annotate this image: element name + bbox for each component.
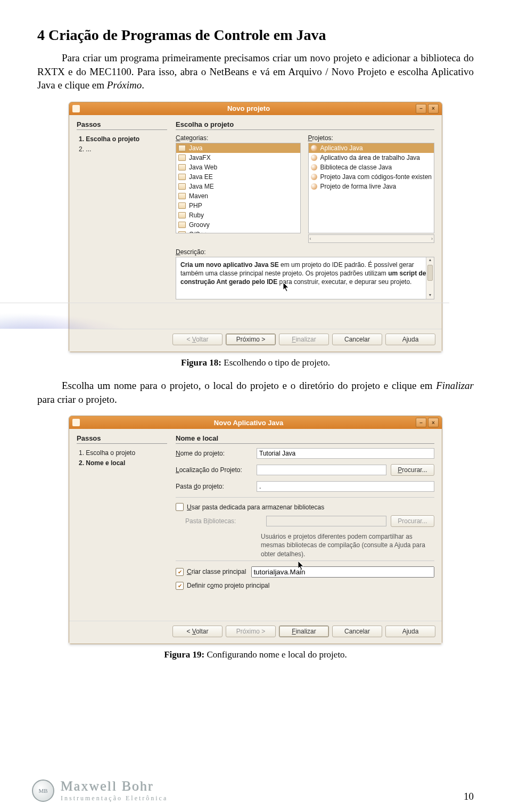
section-heading: 4 Criação de Programas de Controle em Ja… bbox=[37, 27, 474, 44]
steps-heading: Passos bbox=[77, 434, 167, 444]
app-icon bbox=[72, 105, 80, 112]
list-item: Java bbox=[176, 143, 300, 153]
list-item: JavaFX bbox=[176, 153, 300, 163]
figure-caption-19: Figura 19: Configurando nome e local do … bbox=[37, 649, 474, 660]
projects-list[interactable]: Aplicativo Java Aplicativo da área de tr… bbox=[308, 143, 434, 233]
list-item: Java Web bbox=[176, 163, 300, 172]
list-item: Projeto Java com códigos-fonte existen bbox=[309, 172, 434, 182]
list-item: Groovy bbox=[176, 220, 300, 230]
back-button: < Voltar bbox=[172, 334, 222, 345]
new-application-dialog: Novo Aplicativo Java – × Passos 1. Escol… bbox=[69, 416, 442, 644]
folder-icon bbox=[178, 174, 186, 180]
list-item: Ruby bbox=[176, 210, 300, 220]
folder-icon bbox=[178, 222, 186, 228]
minimize-icon[interactable]: – bbox=[416, 418, 426, 427]
brand-name: Maxwell Bohr bbox=[61, 778, 168, 794]
list-item: Java EE bbox=[176, 172, 300, 182]
cancel-button[interactable]: Cancelar bbox=[332, 626, 382, 637]
java-icon bbox=[311, 183, 317, 190]
folder-icon bbox=[178, 164, 186, 170]
folder-icon bbox=[178, 193, 186, 199]
next-button[interactable]: Próximo > bbox=[226, 334, 276, 345]
intro-paragraph-2: Escolha um nome para o projeto, o local … bbox=[37, 379, 474, 406]
project-name-label: Nome do projeto: bbox=[176, 450, 252, 457]
steps-list: 1. Escolha o projeto 2. Nome e local bbox=[77, 448, 167, 468]
steps-list: 1. Escolha o projeto 2. ... bbox=[77, 134, 167, 155]
brand-badge-icon: MB bbox=[32, 779, 54, 802]
folder-icon bbox=[178, 212, 186, 218]
brand-subtitle: Instrumentação Eletrônica bbox=[61, 794, 168, 802]
projects-label: Projetos: bbox=[308, 134, 434, 142]
categories-list[interactable]: Java JavaFX Java Web Java EE Java ME Mav… bbox=[176, 143, 301, 233]
decorative-wave bbox=[0, 303, 449, 329]
set-main-project-checkbox[interactable] bbox=[176, 582, 184, 590]
help-button[interactable]: Ajuda bbox=[385, 626, 435, 637]
folder-icon bbox=[178, 202, 186, 209]
project-location-input[interactable] bbox=[257, 465, 386, 475]
description-label: Descrição: bbox=[176, 248, 434, 256]
content-heading: Escolha o projeto bbox=[176, 120, 434, 130]
browse-button-disabled: Procurar... bbox=[391, 515, 434, 527]
cancel-button[interactable]: Cancelar bbox=[332, 334, 382, 345]
app-icon bbox=[72, 419, 80, 426]
java-icon bbox=[311, 174, 317, 180]
figure-caption-18: Figura 18: Escolhendo o tipo de projeto. bbox=[37, 358, 474, 368]
browse-button[interactable]: Procurar... bbox=[391, 464, 434, 476]
minimize-icon[interactable]: – bbox=[416, 104, 426, 113]
titlebar[interactable]: Novo projeto – × bbox=[69, 102, 442, 115]
lib-folder-label: Pasta Bibliotecas: bbox=[185, 517, 262, 525]
window-title: Novo Aplicativo Java bbox=[83, 419, 414, 427]
steps-heading: Passos bbox=[77, 120, 167, 130]
back-button[interactable]: < Voltar bbox=[172, 626, 222, 637]
folder-icon bbox=[178, 183, 186, 190]
next-button: Próximo > bbox=[226, 626, 276, 637]
separator bbox=[176, 561, 434, 561]
page-number: 10 bbox=[464, 791, 474, 802]
list-item: Aplicativo Java bbox=[309, 143, 434, 153]
finish-button[interactable]: Finalizar bbox=[279, 626, 329, 637]
content-heading: Nome e local bbox=[176, 434, 434, 444]
categories-label: Categorias: bbox=[176, 134, 301, 142]
list-item: C/C++ bbox=[176, 230, 300, 233]
help-button[interactable]: Ajuda bbox=[385, 334, 435, 345]
vertical-scrollbar[interactable]: ▴ ▾ bbox=[426, 257, 434, 299]
titlebar[interactable]: Novo Aplicativo Java – × bbox=[69, 416, 442, 429]
folder-icon bbox=[178, 155, 186, 161]
dedicated-folder-checkbox[interactable] bbox=[176, 503, 184, 511]
project-folder-label: Pasta do projeto: bbox=[176, 483, 252, 490]
java-icon bbox=[311, 145, 317, 151]
list-item: Biblioteca de classe Java bbox=[309, 163, 434, 172]
java-icon bbox=[311, 155, 317, 161]
separator bbox=[176, 497, 434, 498]
project-name-input[interactable] bbox=[257, 448, 434, 459]
list-item: Aplicativo da área de trabalho Java bbox=[309, 153, 434, 163]
project-folder-input[interactable] bbox=[257, 481, 434, 492]
window-title: Novo projeto bbox=[83, 104, 414, 112]
intro-paragraph-1: Para criar um programa primeiramente pre… bbox=[37, 51, 474, 92]
list-item: Java ME bbox=[176, 182, 300, 191]
create-main-label: Criar classe principal bbox=[187, 568, 246, 575]
folder-icon bbox=[178, 145, 186, 151]
folder-icon bbox=[178, 231, 186, 233]
list-item: Maven bbox=[176, 191, 300, 201]
java-icon bbox=[311, 164, 317, 170]
create-main-checkbox[interactable] bbox=[176, 568, 184, 576]
lib-folder-input bbox=[266, 516, 386, 526]
finish-button: Finalizar bbox=[279, 334, 329, 345]
description-text: Cria um novo aplicativo Java SE em um pr… bbox=[176, 257, 434, 299]
horizontal-scrollbar[interactable]: ‹› bbox=[308, 234, 434, 243]
new-project-dialog: Novo projeto – × Passos 1. Escolha o pro… bbox=[69, 102, 442, 352]
list-item: Projeto de forma livre Java bbox=[309, 182, 434, 191]
list-item: PHP bbox=[176, 201, 300, 210]
set-main-project-label: Definir como projeto principal bbox=[187, 582, 269, 589]
dedicated-folder-label: Usar pasta dedicada para armazenar bibli… bbox=[187, 504, 324, 511]
close-icon[interactable]: × bbox=[428, 104, 439, 113]
brand-footer: MB Maxwell Bohr Instrumentação Eletrônic… bbox=[32, 778, 168, 802]
lib-note: Usuários e projetos diferentes podem com… bbox=[261, 532, 434, 558]
close-icon[interactable]: × bbox=[428, 418, 439, 427]
project-location-label: Localização do Projeto: bbox=[176, 466, 252, 474]
main-class-input[interactable] bbox=[251, 566, 434, 578]
